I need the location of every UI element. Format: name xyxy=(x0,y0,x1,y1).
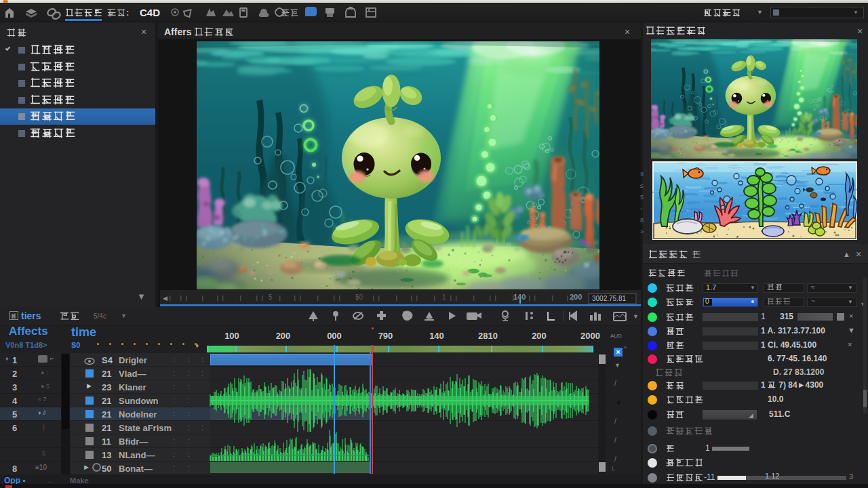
svg-text:1: 1 xyxy=(442,293,446,301)
svg-text:▼: ▼ xyxy=(633,313,637,320)
svg-text:5: 5 xyxy=(269,293,273,301)
svg-text:◀: ◀ xyxy=(163,295,167,302)
svg-text:3002.75.81: 3002.75.81 xyxy=(592,295,626,302)
svg-text:50: 50 xyxy=(355,293,363,301)
svg-text:200: 200 xyxy=(570,293,582,301)
